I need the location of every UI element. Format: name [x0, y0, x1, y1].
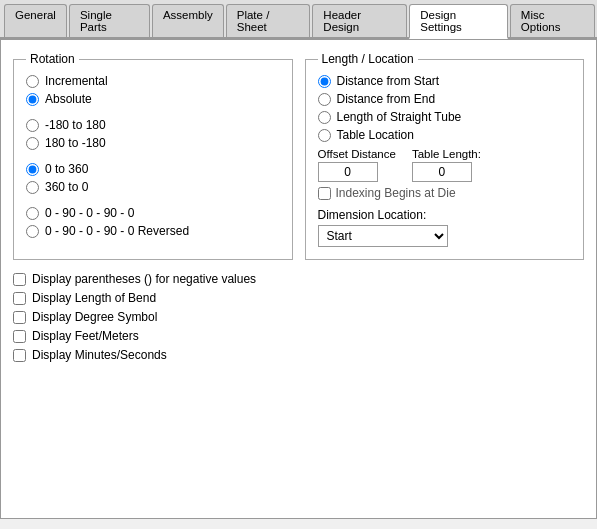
top-panels: Rotation Incremental Absolute -180 to 18… — [13, 52, 584, 260]
tab-header-design[interactable]: Header Design — [312, 4, 407, 37]
dim-location-select[interactable]: Start End Center — [318, 225, 448, 247]
table-loc-radio[interactable] — [318, 129, 331, 142]
360to0-label[interactable]: 360 to 0 — [45, 180, 88, 194]
table-length-col: Table Length: — [412, 148, 481, 182]
from-start-radio[interactable] — [318, 75, 331, 88]
absolute-label[interactable]: Absolute — [45, 92, 92, 106]
table-length-input[interactable] — [412, 162, 472, 182]
radio-row-straight-tube[interactable]: Length of Straight Tube — [318, 110, 572, 124]
offset-row: Offset Distance Table Length: — [318, 148, 572, 182]
cb-parentheses-label[interactable]: Display parentheses () for negative valu… — [32, 272, 256, 286]
dim-location-label: Dimension Location: — [318, 208, 572, 222]
incremental-label[interactable]: Incremental — [45, 74, 108, 88]
tab-bar: General Single Parts Assembly Plate / Sh… — [0, 0, 597, 39]
cb-length-bend-label[interactable]: Display Length of Bend — [32, 291, 156, 305]
straight-tube-radio[interactable] — [318, 111, 331, 124]
180to-180-radio[interactable] — [26, 137, 39, 150]
radio-row-0to360[interactable]: 0 to 360 — [26, 162, 280, 176]
length-location-group: Length / Location Distance from Start Di… — [305, 52, 585, 260]
radio-row-from-end[interactable]: Distance from End — [318, 92, 572, 106]
radio-row-incremental[interactable]: Incremental — [26, 74, 280, 88]
cb-feet-meters[interactable] — [13, 330, 26, 343]
offset-distance-input[interactable] — [318, 162, 378, 182]
0-90-label[interactable]: 0 - 90 - 0 - 90 - 0 — [45, 206, 134, 220]
cb-feet-meters-label[interactable]: Display Feet/Meters — [32, 329, 139, 343]
radio-row-180to180[interactable]: -180 to 180 — [26, 118, 280, 132]
cb-minutes-seconds-label[interactable]: Display Minutes/Seconds — [32, 348, 167, 362]
checkbox-row-0[interactable]: Display parentheses () for negative valu… — [13, 272, 584, 286]
tab-plate-sheet[interactable]: Plate / Sheet — [226, 4, 311, 37]
radio-row-360to0[interactable]: 360 to 0 — [26, 180, 280, 194]
checkbox-row-2[interactable]: Display Degree Symbol — [13, 310, 584, 324]
0-90-rev-radio[interactable] — [26, 225, 39, 238]
0to360-label[interactable]: 0 to 360 — [45, 162, 88, 176]
tab-single-parts[interactable]: Single Parts — [69, 4, 150, 37]
radio-row-0-90-rev[interactable]: 0 - 90 - 0 - 90 - 0 Reversed — [26, 224, 280, 238]
radio-row-from-start[interactable]: Distance from Start — [318, 74, 572, 88]
checkbox-row-1[interactable]: Display Length of Bend — [13, 291, 584, 305]
cb-length-bend[interactable] — [13, 292, 26, 305]
absolute-radio[interactable] — [26, 93, 39, 106]
checkbox-row-4[interactable]: Display Minutes/Seconds — [13, 348, 584, 362]
tab-design-settings[interactable]: Design Settings — [409, 4, 508, 39]
cb-degree-symbol[interactable] — [13, 311, 26, 324]
from-start-label[interactable]: Distance from Start — [337, 74, 440, 88]
indexing-label[interactable]: Indexing Begins at Die — [336, 186, 456, 200]
180to180-radio[interactable] — [26, 119, 39, 132]
incremental-radio[interactable] — [26, 75, 39, 88]
cb-minutes-seconds[interactable] — [13, 349, 26, 362]
offset-distance-col: Offset Distance — [318, 148, 396, 182]
tab-assembly[interactable]: Assembly — [152, 4, 224, 37]
from-end-radio[interactable] — [318, 93, 331, 106]
length-location-legend: Length / Location — [318, 52, 418, 66]
radio-row-table-loc[interactable]: Table Location — [318, 128, 572, 142]
indexing-checkbox[interactable] — [318, 187, 331, 200]
indexing-row[interactable]: Indexing Begins at Die — [318, 186, 572, 200]
table-length-label: Table Length: — [412, 148, 481, 160]
rotation-group: Rotation Incremental Absolute -180 to 18… — [13, 52, 293, 260]
tab-misc-options[interactable]: Misc Options — [510, 4, 595, 37]
360to0-radio[interactable] — [26, 181, 39, 194]
main-content: Rotation Incremental Absolute -180 to 18… — [0, 39, 597, 519]
radio-row-absolute[interactable]: Absolute — [26, 92, 280, 106]
tab-general[interactable]: General — [4, 4, 67, 37]
radio-row-0-90[interactable]: 0 - 90 - 0 - 90 - 0 — [26, 206, 280, 220]
cb-parentheses[interactable] — [13, 273, 26, 286]
radio-row-180to-180[interactable]: 180 to -180 — [26, 136, 280, 150]
checkbox-row-3[interactable]: Display Feet/Meters — [13, 329, 584, 343]
180to-180-label[interactable]: 180 to -180 — [45, 136, 106, 150]
bottom-checkboxes: Display parentheses () for negative valu… — [13, 272, 584, 362]
180to180-label[interactable]: -180 to 180 — [45, 118, 106, 132]
straight-tube-label[interactable]: Length of Straight Tube — [337, 110, 462, 124]
rotation-legend: Rotation — [26, 52, 79, 66]
cb-degree-symbol-label[interactable]: Display Degree Symbol — [32, 310, 157, 324]
0-90-rev-label[interactable]: 0 - 90 - 0 - 90 - 0 Reversed — [45, 224, 189, 238]
from-end-label[interactable]: Distance from End — [337, 92, 436, 106]
table-loc-label[interactable]: Table Location — [337, 128, 414, 142]
offset-distance-label: Offset Distance — [318, 148, 396, 160]
0to360-radio[interactable] — [26, 163, 39, 176]
0-90-radio[interactable] — [26, 207, 39, 220]
